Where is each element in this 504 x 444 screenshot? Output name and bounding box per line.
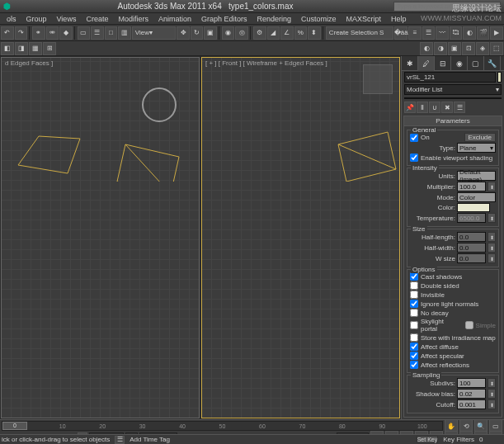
add-time-tag[interactable]: Add Time Tag [130, 436, 170, 443]
view-dropdown[interactable]: View ▾ [132, 26, 176, 40]
setkey-button[interactable]: Set Key [417, 436, 439, 443]
modifier-list-dropdown[interactable]: Modifier List▾ [404, 84, 502, 95]
multiplier-input[interactable]: 100.0 [457, 182, 486, 191]
on-checkbox[interactable] [410, 134, 418, 142]
ignore-normals-checkbox[interactable] [410, 300, 418, 308]
tab-modify[interactable]: 🖊 [418, 56, 435, 71]
half-width-input[interactable]: 0.0 [457, 243, 486, 253]
menu-modifiers[interactable]: Modifiers [113, 15, 153, 23]
menu-customize[interactable]: Customize [296, 15, 341, 23]
tool2-a[interactable]: ◧ [1, 42, 14, 55]
align-button[interactable]: ≡ [408, 26, 422, 40]
object-name-input[interactable] [404, 72, 496, 83]
tool2-b[interactable]: ◨ [15, 42, 28, 55]
tab-display[interactable]: ▢ [468, 56, 484, 71]
move-button[interactable]: ✥ [177, 26, 190, 40]
double-sided-checkbox[interactable] [410, 281, 418, 290]
angle-snap-button[interactable]: ∠ [280, 26, 294, 40]
exclude-button[interactable]: Exclude [464, 133, 496, 142]
tool2-r2[interactable]: ◑ [434, 42, 447, 55]
pin-stack-button[interactable]: 📌 [404, 102, 416, 113]
layers-button[interactable]: ☰ [422, 26, 436, 40]
rotate-button[interactable]: ↻ [191, 26, 204, 40]
tab-hierarchy[interactable]: ⊟ [435, 56, 451, 71]
menu-maxscript[interactable]: MAXScript [341, 15, 387, 23]
shadow-bias-input[interactable]: 0.02 [457, 389, 486, 399]
menu-help[interactable]: Help [386, 15, 412, 23]
scale-button[interactable]: ▣ [204, 26, 217, 40]
store-irr-checkbox[interactable] [410, 333, 418, 342]
ref-coord-button[interactable]: ◉ [222, 26, 235, 40]
no-decay-checkbox[interactable] [410, 309, 418, 317]
tool2-c[interactable]: ▦ [29, 42, 42, 55]
percent-snap-button[interactable]: % [294, 26, 308, 40]
manip-button[interactable]: ⚙ [253, 26, 266, 40]
viewport-right[interactable]: [ + ] [ Front ] [ Wireframe + Edged Face… [201, 57, 400, 418]
snap-button[interactable]: ◢ [267, 26, 280, 40]
type-dropdown[interactable]: Plane▾ [457, 143, 496, 153]
unlink-button[interactable]: ⚮ [46, 26, 59, 40]
menu-views[interactable]: Views [52, 15, 82, 23]
menu-tools[interactable]: ols [2, 15, 21, 23]
time-slider[interactable]: 0 [2, 422, 27, 430]
render-button[interactable]: ▶ [490, 26, 503, 40]
show-end-button[interactable]: Ⅱ [417, 102, 428, 113]
redo-button[interactable]: ↷ [15, 26, 28, 40]
mode-dropdown[interactable]: Color [457, 192, 496, 202]
remove-mod-button[interactable]: ✖ [441, 102, 453, 113]
invisible-checkbox[interactable] [410, 290, 418, 299]
render-setup-button[interactable]: 🎬 [477, 26, 490, 40]
skylight-portal-checkbox[interactable] [410, 321, 418, 329]
enable-vp-shading-checkbox[interactable] [410, 154, 418, 162]
menu-grapheditors[interactable]: Graph Editors [196, 15, 252, 23]
affect-refl-checkbox[interactable] [410, 361, 418, 369]
material-button[interactable]: ◐ [463, 26, 476, 40]
tool2-r6[interactable]: ⬚ [490, 42, 503, 55]
center-button[interactable]: ◎ [235, 26, 248, 40]
frame-input[interactable]: 0 [479, 436, 502, 443]
select-rect-button[interactable]: □ [105, 26, 118, 40]
link-button[interactable]: ⚭ [32, 26, 45, 40]
multiplier-spinner[interactable]: ⬍ [488, 182, 496, 191]
modifier-stack[interactable]: VLP ♀ VRayLight [404, 97, 502, 99]
object-color-swatch[interactable] [497, 72, 502, 83]
script-listener-button[interactable]: ☰ [115, 436, 125, 444]
viewport-left[interactable]: d Edged Faces ] [1, 57, 200, 418]
bind-button[interactable]: ◆ [59, 26, 73, 40]
curve-editor-button[interactable]: 〰 [436, 26, 449, 40]
affect-specular-checkbox[interactable] [410, 352, 418, 360]
tool2-r5[interactable]: ◈ [476, 42, 489, 55]
menu-group[interactable]: Group [21, 15, 52, 23]
timeline[interactable]: 0 0102030405060708090100 [2, 421, 443, 431]
unique-button[interactable]: ∪ [429, 102, 440, 113]
subdivs-input[interactable]: 100 [457, 378, 486, 388]
spinner-snap-button[interactable]: ⬍ [308, 26, 321, 40]
menu-animation[interactable]: Animation [153, 15, 196, 23]
tool2-d[interactable]: ⊞ [43, 42, 56, 55]
affect-diffuse-checkbox[interactable] [410, 342, 418, 351]
rollout-header[interactable]: Parameters [404, 116, 502, 126]
schematic-button[interactable]: ⿻ [450, 26, 463, 40]
select-filter-button[interactable]: ▥ [118, 26, 131, 40]
menu-rendering[interactable]: Rendering [252, 15, 296, 23]
undo-button[interactable]: ↶ [1, 26, 14, 40]
tab-create[interactable]: ✱ [402, 56, 418, 71]
cutoff-input[interactable]: 0.001 [457, 399, 486, 409]
tab-utilities[interactable]: 🔧 [484, 56, 501, 71]
named-sel-dropdown[interactable]: Create Selection S [326, 26, 394, 40]
units-dropdown[interactable]: Default (image) [457, 171, 496, 181]
cast-shadows-checkbox[interactable] [410, 272, 418, 281]
select-name-button[interactable]: ☰ [91, 26, 104, 40]
mirror-button[interactable]: �ää [394, 26, 407, 40]
tab-motion[interactable]: ◉ [451, 56, 468, 71]
configure-button[interactable]: ☰ [454, 102, 465, 113]
menu-create[interactable]: Create [81, 15, 113, 23]
tool2-r1[interactable]: ◐ [420, 42, 433, 55]
half-length-input[interactable]: 0.0 [457, 232, 486, 242]
color-swatch[interactable] [457, 203, 490, 212]
tool2-r4[interactable]: ⊡ [462, 42, 475, 55]
select-button[interactable]: ▭ [78, 26, 91, 40]
tool2-r3[interactable]: ▣ [448, 42, 461, 55]
rollout-parameters: Parameters General On Exclude Type: Plan… [403, 116, 502, 418]
key-filters-button[interactable]: Key Filters [443, 436, 474, 443]
